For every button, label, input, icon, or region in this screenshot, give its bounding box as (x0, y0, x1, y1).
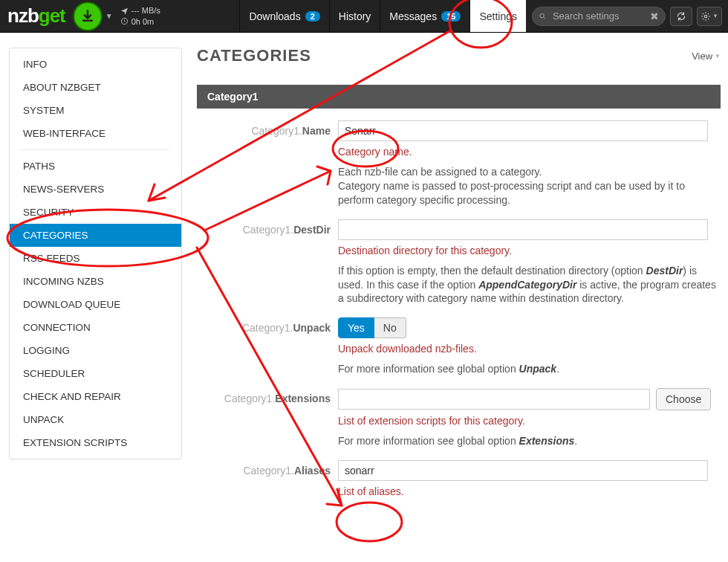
help-ext-red: List of extension scripts for this categ… (338, 415, 721, 427)
sidebar-item-system[interactable]: SYSTEM (10, 99, 181, 122)
nav-settings-label: Settings (479, 10, 517, 22)
toggle-unpack: Yes No (338, 317, 721, 338)
speed-value: --- MB/s (131, 6, 160, 15)
toggle-unpack-yes[interactable]: Yes (338, 317, 374, 338)
sidebar-item-paths[interactable]: PATHS (10, 155, 181, 178)
help-unpack-gray: For more information see global option U… (338, 362, 721, 376)
input-aliases[interactable] (338, 460, 708, 481)
main: INFOABOUT NZBGETSYSTEMWEB-INTERFACEPATHS… (0, 33, 728, 497)
clear-search-icon[interactable]: ✖ (650, 10, 659, 22)
label-name: Category1.Name (197, 120, 338, 137)
nav-messages-label: Messages (389, 10, 437, 22)
nav-history-label: History (339, 10, 371, 22)
section-header: Category1 (197, 85, 721, 109)
choose-button[interactable]: Choose (656, 388, 711, 410)
row-unpack: Category1.Unpack Yes No Unpack downloade… (197, 317, 721, 376)
help-name-gray: Each nzb-file can be assigned to a categ… (338, 165, 721, 207)
help-ext-gray: For more information see global option E… (338, 434, 721, 448)
sidebar-item-info[interactable]: INFO (10, 53, 181, 76)
gear-icon (701, 11, 711, 22)
nav-downloads-label: Downloads (249, 10, 300, 22)
clock-icon (120, 17, 129, 25)
refresh-button[interactable] (670, 7, 692, 26)
nav-messages-badge: 15 (441, 11, 461, 22)
sidebar-card: INFOABOUT NZBGETSYSTEMWEB-INTERFACEPATHS… (9, 48, 182, 459)
input-destdir[interactable] (338, 219, 708, 240)
row-extensions: Category1.Extensions Choose List of exte… (197, 388, 721, 448)
svg-point-3 (704, 15, 707, 18)
nav-history[interactable]: History (329, 0, 380, 32)
sidebar-item-scheduler[interactable]: SCHEDULER (10, 362, 181, 385)
row-destdir: Category1.DestDir Destination directory … (197, 219, 721, 306)
label-extensions: Category1.Extensions (197, 388, 338, 404)
search-box[interactable]: ✖ (532, 7, 666, 26)
sidebar-item-extension-scripts[interactable]: EXTENSION SCRIPTS (10, 431, 181, 454)
svg-line-2 (544, 17, 545, 19)
sidebar-item-news-servers[interactable]: NEWS-SERVERS (10, 178, 181, 201)
help-destdir-gray: If this option is empty, then the defaul… (338, 264, 721, 306)
row-aliases: Category1.Aliases List of aliases. (197, 460, 721, 497)
sidebar-item-check-and-repair[interactable]: CHECK AND REPAIR (10, 385, 181, 408)
download-indicator-icon[interactable] (74, 3, 101, 30)
sidebar-item-connection[interactable]: CONNECTION (10, 316, 181, 339)
label-unpack: Category1.Unpack (197, 317, 338, 334)
nav-downloads-badge: 2 (305, 11, 320, 22)
topbar: nzbget ▼ --- MB/s 0h 0m Downloads 2 Hist… (0, 0, 728, 33)
svg-point-6 (337, 503, 402, 541)
label-aliases: Category1.Aliases (197, 460, 338, 477)
toggle-unpack-no[interactable]: No (374, 317, 406, 338)
input-name[interactable] (338, 120, 708, 141)
view-dropdown[interactable]: View ▼ (692, 51, 721, 62)
page-head: CATEGORIES View ▼ (197, 46, 721, 65)
content: CATEGORIES View ▼ Category1 Category1.Na… (182, 33, 728, 497)
nav-downloads[interactable]: Downloads 2 (239, 0, 328, 32)
sidebar-divider (20, 149, 171, 150)
help-aliases-red: List of aliases. (338, 485, 721, 497)
search-icon (539, 11, 547, 22)
label-destdir: Category1.DestDir (197, 219, 338, 236)
view-label: View (692, 51, 712, 62)
svg-point-1 (540, 13, 544, 17)
nav-messages[interactable]: Messages 15 (380, 0, 469, 32)
help-destdir-red: Destination directory for this category. (338, 245, 721, 256)
input-extensions[interactable] (338, 389, 650, 410)
view-caret-icon: ▼ (715, 53, 721, 59)
time-value: 0h 0m (131, 17, 155, 26)
refresh-icon (676, 11, 686, 22)
gear-caret-icon: ▼ (712, 13, 718, 19)
sidebar-item-rss-feeds[interactable]: RSS FEEDS (10, 247, 181, 270)
sidebar: INFOABOUT NZBGETSYSTEMWEB-INTERFACEPATHS… (0, 33, 182, 497)
sidebar-item-web-interface[interactable]: WEB-INTERFACE (10, 122, 181, 145)
logo: nzbget (0, 4, 73, 28)
sidebar-item-logging[interactable]: LOGGING (10, 339, 181, 362)
sidebar-item-incoming-nzbs[interactable]: INCOMING NZBS (10, 270, 181, 293)
gear-button[interactable]: ▼ (697, 7, 722, 26)
sidebar-item-unpack[interactable]: UNPACK (10, 408, 181, 431)
nav-settings[interactable]: Settings (469, 0, 526, 32)
speed-limit-block[interactable]: --- MB/s 0h 0m (116, 6, 165, 25)
help-name-red: Category name. (338, 146, 721, 158)
download-caret-icon[interactable]: ▼ (103, 12, 116, 20)
sidebar-item-security[interactable]: SECURITY (10, 201, 181, 224)
sidebar-item-download-queue[interactable]: DOWNLOAD QUEUE (10, 293, 181, 316)
page-title: CATEGORIES (197, 46, 311, 65)
search-wrap: ✖ ▼ (526, 7, 728, 26)
sidebar-item-about-nzbget[interactable]: ABOUT NZBGET (10, 76, 181, 99)
plane-icon (120, 7, 129, 15)
logo-nzb: nzb (7, 4, 39, 28)
search-input[interactable] (551, 10, 646, 22)
row-name: Category1.Name Category name. Each nzb-f… (197, 120, 721, 207)
logo-get: get (39, 4, 65, 28)
top-nav: Downloads 2 History Messages 15 Settings (239, 0, 526, 32)
sidebar-item-categories[interactable]: CATEGORIES (10, 224, 181, 247)
help-unpack-red: Unpack downloaded nzb-files. (338, 343, 721, 355)
